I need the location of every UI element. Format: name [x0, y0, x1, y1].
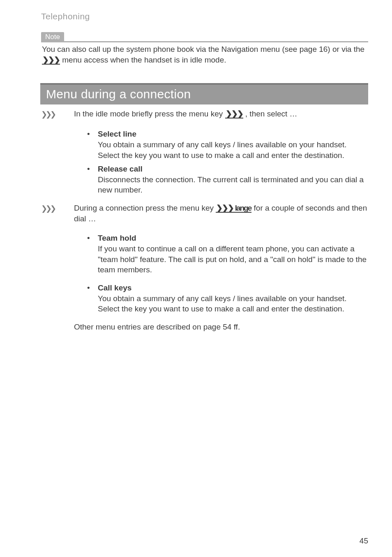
list-item: Select line You obtain a summary of any … [87, 129, 368, 160]
bullet-body: Disconnects the connection. The current … [98, 174, 368, 195]
bullet-title: Select line [98, 130, 136, 138]
bullet-body: You obtain a summary of any call keys / … [98, 139, 368, 160]
closing-text: Other menu entries are described on page… [41, 322, 368, 332]
note-text-post: menu access when the handset is in idle … [60, 56, 226, 64]
list-item: Team hold If you want to continue a call… [87, 233, 368, 275]
bullet-list-1: Select line You obtain a summary of any … [41, 129, 368, 195]
step-row-1: ❯❯❯ In the idle mode briefly press the m… [41, 109, 368, 120]
note-text-pre: You can also call up the system phone bo… [42, 45, 364, 53]
note-body: You can also call up the system phone bo… [41, 41, 368, 65]
chevrons-icon: ❯❯❯ [41, 203, 64, 214]
step1-post: , then select … [243, 109, 297, 118]
list-item: Release call Disconnects the connection.… [87, 164, 368, 195]
step2-key-bold: lange [233, 204, 251, 212]
step-2-text: During a connection press the menu key ❯… [64, 203, 368, 224]
bullet-list-2: Team hold If you want to continue a call… [41, 233, 368, 314]
note-label: Note [41, 32, 64, 42]
page-number: 45 [360, 536, 368, 545]
menu-key-icon: ❯❯❯ lange [216, 204, 251, 213]
bullet-title: Call keys [98, 283, 131, 292]
step-1-text: In the idle mode briefly press the menu … [64, 109, 368, 119]
step2-pre: During a connection press the menu key [74, 204, 216, 212]
chevrons-icon: ❯❯❯ [41, 109, 64, 120]
bullet-title: Release call [98, 165, 143, 173]
list-item: Call keys You obtain a summary of any ca… [87, 283, 368, 314]
step1-pre: In the idle mode briefly press the menu … [74, 109, 225, 118]
menu-key-icon: ❯❯❯ [225, 110, 243, 118]
bullet-body: You obtain a summary of any call keys / … [98, 293, 368, 314]
bullet-title: Team hold [98, 234, 136, 242]
step-row-2: ❯❯❯ During a connection press the menu k… [41, 203, 368, 224]
menu-key-icon: ❯❯❯ [42, 56, 60, 65]
bullet-body: If you want to continue a call on a diff… [98, 244, 368, 275]
running-head: Telephoning [41, 12, 368, 21]
step2-key-glyph: ❯❯❯ [216, 204, 233, 212]
section-heading-wrap: Menu during a connection [40, 83, 368, 104]
note-block: Note You can also call up the system pho… [41, 33, 368, 65]
section-heading: Menu during a connection [40, 83, 368, 104]
document-page: Telephoning Note You can also call up th… [0, 0, 392, 557]
